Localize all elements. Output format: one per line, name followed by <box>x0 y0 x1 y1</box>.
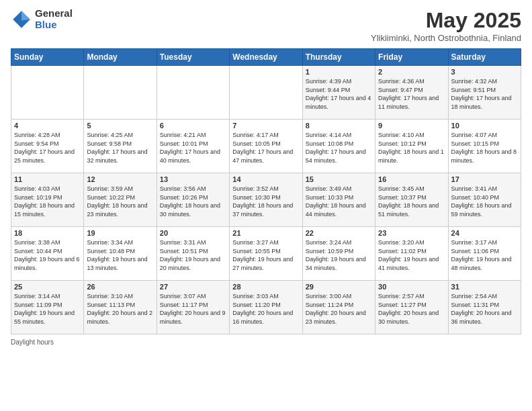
day-info: Sunrise: 3:10 AM Sunset: 11:13 PM Daylig… <box>87 292 153 326</box>
day-cell: 11Sunrise: 4:03 AM Sunset: 10:19 PM Dayl… <box>11 173 84 227</box>
day-info: Sunrise: 3:52 AM Sunset: 10:30 PM Daylig… <box>232 185 299 218</box>
day-cell: 16Sunrise: 3:45 AM Sunset: 10:37 PM Dayl… <box>375 173 448 227</box>
day-cell: 27Sunrise: 3:07 AM Sunset: 11:17 PM Dayl… <box>157 281 229 334</box>
day-info: Sunrise: 4:36 AM Sunset: 9:47 PM Dayligh… <box>378 77 445 111</box>
day-info: Sunrise: 3:56 AM Sunset: 10:26 PM Daylig… <box>160 185 226 218</box>
day-info: Sunrise: 3:14 AM Sunset: 11:09 PM Daylig… <box>14 292 81 326</box>
day-number: 18 <box>14 229 81 237</box>
page: General Blue May 2025 Ylikiiminki, North… <box>0 0 532 411</box>
day-cell: 29Sunrise: 3:00 AM Sunset: 11:24 PM Dayl… <box>302 281 375 334</box>
day-number: 15 <box>306 175 372 183</box>
day-number: 4 <box>14 122 81 130</box>
day-info: Sunrise: 3:41 AM Sunset: 10:40 PM Daylig… <box>451 185 518 218</box>
day-number: 19 <box>87 229 153 237</box>
day-header-wednesday: Wednesday <box>230 49 302 66</box>
day-number: 6 <box>160 122 226 130</box>
logo-blue: Blue <box>35 19 73 31</box>
day-number: 29 <box>306 283 372 291</box>
day-number: 9 <box>378 122 445 130</box>
day-cell: 25Sunrise: 3:14 AM Sunset: 11:09 PM Dayl… <box>11 281 84 334</box>
day-cell: 9Sunrise: 4:10 AM Sunset: 10:12 PM Dayli… <box>375 120 448 173</box>
day-info: Sunrise: 4:03 AM Sunset: 10:19 PM Daylig… <box>14 185 81 218</box>
day-info: Sunrise: 3:49 AM Sunset: 10:33 PM Daylig… <box>306 185 372 218</box>
day-cell: 15Sunrise: 3:49 AM Sunset: 10:33 PM Dayl… <box>302 173 375 227</box>
day-info: Sunrise: 4:10 AM Sunset: 10:12 PM Daylig… <box>378 131 445 165</box>
day-cell: 14Sunrise: 3:52 AM Sunset: 10:30 PM Dayl… <box>230 173 302 227</box>
day-info: Sunrise: 3:00 AM Sunset: 11:24 PM Daylig… <box>306 292 372 326</box>
week-row-3: 11Sunrise: 4:03 AM Sunset: 10:19 PM Dayl… <box>11 173 521 227</box>
day-header-monday: Monday <box>84 49 157 66</box>
day-number: 24 <box>451 229 518 237</box>
day-info: Sunrise: 4:21 AM Sunset: 10:01 PM Daylig… <box>160 131 226 165</box>
day-header-thursday: Thursday <box>302 49 375 66</box>
day-info: Sunrise: 4:14 AM Sunset: 10:08 PM Daylig… <box>306 131 372 165</box>
day-cell: 24Sunrise: 3:17 AM Sunset: 11:06 PM Dayl… <box>448 227 521 281</box>
day-number: 21 <box>232 229 299 237</box>
week-row-5: 25Sunrise: 3:14 AM Sunset: 11:09 PM Dayl… <box>11 281 521 334</box>
day-cell <box>84 66 157 120</box>
header: General Blue May 2025 Ylikiiminki, North… <box>11 8 521 43</box>
day-info: Sunrise: 4:07 AM Sunset: 10:15 PM Daylig… <box>451 131 518 165</box>
day-number: 23 <box>378 229 445 237</box>
day-number: 22 <box>306 229 372 237</box>
day-info: Sunrise: 4:28 AM Sunset: 9:54 PM Dayligh… <box>14 131 81 165</box>
day-cell: 18Sunrise: 3:38 AM Sunset: 10:44 PM Dayl… <box>11 227 84 281</box>
svg-marker-1 <box>21 11 30 20</box>
week-row-2: 4Sunrise: 4:28 AM Sunset: 9:54 PM Daylig… <box>11 120 521 173</box>
day-cell: 4Sunrise: 4:28 AM Sunset: 9:54 PM Daylig… <box>11 120 84 173</box>
day-cell: 28Sunrise: 3:03 AM Sunset: 11:20 PM Dayl… <box>230 281 302 334</box>
day-info: Sunrise: 4:39 AM Sunset: 9:44 PM Dayligh… <box>306 77 372 111</box>
day-cell: 26Sunrise: 3:10 AM Sunset: 11:13 PM Dayl… <box>84 281 157 334</box>
logo-text: General Blue <box>35 8 73 30</box>
day-cell: 20Sunrise: 3:31 AM Sunset: 10:51 PM Dayl… <box>157 227 229 281</box>
logo-icon <box>11 9 32 30</box>
day-header-sunday: Sunday <box>11 49 84 66</box>
day-info: Sunrise: 3:27 AM Sunset: 10:55 PM Daylig… <box>232 238 299 272</box>
day-cell: 12Sunrise: 3:59 AM Sunset: 10:22 PM Dayl… <box>84 173 157 227</box>
day-cell: 31Sunrise: 2:54 AM Sunset: 11:31 PM Dayl… <box>448 281 521 334</box>
day-cell: 22Sunrise: 3:24 AM Sunset: 10:59 PM Dayl… <box>302 227 375 281</box>
day-cell: 10Sunrise: 4:07 AM Sunset: 10:15 PM Dayl… <box>448 120 521 173</box>
day-info: Sunrise: 3:59 AM Sunset: 10:22 PM Daylig… <box>87 185 153 218</box>
day-number: 7 <box>232 122 299 130</box>
day-number: 26 <box>87 283 153 291</box>
day-cell <box>11 66 84 120</box>
day-info: Sunrise: 3:03 AM Sunset: 11:20 PM Daylig… <box>232 292 299 326</box>
day-info: Sunrise: 3:24 AM Sunset: 10:59 PM Daylig… <box>306 238 372 272</box>
day-info: Sunrise: 4:25 AM Sunset: 9:58 PM Dayligh… <box>87 131 153 165</box>
day-cell: 1Sunrise: 4:39 AM Sunset: 9:44 PM Daylig… <box>302 66 375 120</box>
day-info: Sunrise: 3:45 AM Sunset: 10:37 PM Daylig… <box>378 185 445 218</box>
logo: General Blue <box>11 8 73 30</box>
day-info: Sunrise: 3:07 AM Sunset: 11:17 PM Daylig… <box>160 292 226 326</box>
day-number: 20 <box>160 229 226 237</box>
day-cell: 3Sunrise: 4:32 AM Sunset: 9:51 PM Daylig… <box>448 66 521 120</box>
day-number: 1 <box>306 68 372 76</box>
day-number: 27 <box>160 283 226 291</box>
day-number: 16 <box>378 175 445 183</box>
title-block: May 2025 Ylikiiminki, North Ostrobothnia… <box>371 8 521 43</box>
day-cell: 19Sunrise: 3:34 AM Sunset: 10:48 PM Dayl… <box>84 227 157 281</box>
day-number: 17 <box>451 175 518 183</box>
day-cell: 21Sunrise: 3:27 AM Sunset: 10:55 PM Dayl… <box>230 227 302 281</box>
day-info: Sunrise: 3:34 AM Sunset: 10:48 PM Daylig… <box>87 238 153 272</box>
day-cell: 8Sunrise: 4:14 AM Sunset: 10:08 PM Dayli… <box>302 120 375 173</box>
main-title: May 2025 <box>371 8 521 33</box>
day-number: 10 <box>451 122 518 130</box>
subtitle: Ylikiiminki, North Ostrobothnia, Finland <box>371 33 521 43</box>
week-row-1: 1Sunrise: 4:39 AM Sunset: 9:44 PM Daylig… <box>11 66 521 120</box>
day-number: 8 <box>306 122 372 130</box>
day-info: Sunrise: 4:32 AM Sunset: 9:51 PM Dayligh… <box>451 77 518 111</box>
week-row-4: 18Sunrise: 3:38 AM Sunset: 10:44 PM Dayl… <box>11 227 521 281</box>
day-cell: 13Sunrise: 3:56 AM Sunset: 10:26 PM Dayl… <box>157 173 229 227</box>
day-cell: 6Sunrise: 4:21 AM Sunset: 10:01 PM Dayli… <box>157 120 229 173</box>
day-info: Sunrise: 2:57 AM Sunset: 11:27 PM Daylig… <box>378 292 445 326</box>
header-row: SundayMondayTuesdayWednesdayThursdayFrid… <box>11 49 521 66</box>
day-cell <box>157 66 229 120</box>
day-cell: 7Sunrise: 4:17 AM Sunset: 10:05 PM Dayli… <box>230 120 302 173</box>
footer-text: Daylight hours <box>11 338 54 346</box>
day-number: 30 <box>378 283 445 291</box>
day-info: Sunrise: 4:17 AM Sunset: 10:05 PM Daylig… <box>232 131 299 165</box>
day-info: Sunrise: 3:38 AM Sunset: 10:44 PM Daylig… <box>14 238 81 272</box>
day-number: 11 <box>14 175 81 183</box>
day-number: 14 <box>232 175 299 183</box>
